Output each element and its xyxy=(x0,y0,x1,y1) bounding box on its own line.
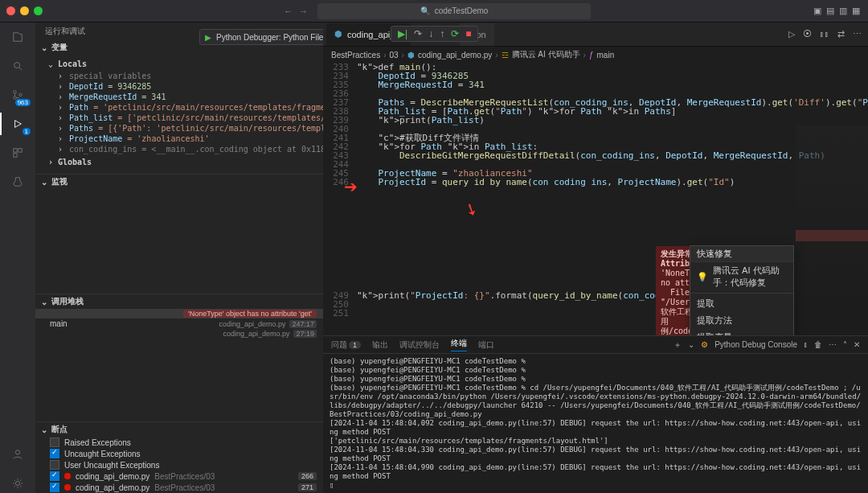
nav-back-icon[interactable]: ← xyxy=(284,6,293,16)
breadcrumb-seg[interactable]: BestPractices xyxy=(331,51,380,60)
stop-icon[interactable]: ■ xyxy=(465,28,471,39)
terminal-profile-label[interactable]: Python Debug Console xyxy=(714,340,797,349)
settings-gear-icon[interactable] xyxy=(8,474,27,493)
step-out-icon[interactable]: ↑ xyxy=(440,28,444,39)
locals-header[interactable]: ⌄ Locals xyxy=(35,56,323,71)
layout-left-icon[interactable]: ▣ xyxy=(813,6,821,16)
split-editor-icon[interactable]: ⫾⫾ xyxy=(820,29,829,39)
close-window-icon[interactable] xyxy=(6,6,15,15)
layout-bottom-icon[interactable]: ▤ xyxy=(826,6,834,16)
svg-point-8 xyxy=(15,481,19,485)
svg-point-2 xyxy=(14,97,17,100)
callstack-paused-row[interactable]: 'NoneType' object has no attribute 'get' xyxy=(35,309,323,318)
variable-row[interactable]: › Path = 'petclinic/src/main/resources/t… xyxy=(35,102,323,113)
checkbox-icon[interactable] xyxy=(50,460,59,470)
exception-badge: 'NoneType' object has no attribute 'get' xyxy=(183,310,317,318)
breakpoints-section-header[interactable]: ⌄ 断点 xyxy=(35,422,323,437)
quick-fix-item[interactable]: 提取 xyxy=(690,295,793,312)
variable-row[interactable]: › ProjectName = 'zhaolianceshi' xyxy=(35,134,323,144)
tab-bar: ⬢ coding_api_... ▶| ↷ ↓ ↑ ⟳ ■ .json ▷ ⦿ … xyxy=(323,23,868,47)
debug-config-label: Python Debugger: Python File xyxy=(216,33,323,42)
svg-rect-6 xyxy=(14,154,17,157)
minimap[interactable] xyxy=(796,125,868,335)
chevron-down-icon: ⌄ xyxy=(47,59,55,69)
quick-fix-item[interactable]: 💡腾讯云 AI 代码助手：代码修复 xyxy=(690,262,793,291)
restart-icon[interactable]: ⟳ xyxy=(451,28,459,39)
title-right-icons: ▣ ▤ ▥ ▦ xyxy=(813,6,860,16)
extensions-icon[interactable] xyxy=(8,143,27,162)
problems-count-badge: 1 xyxy=(349,341,361,349)
run-debug-icon[interactable]: 1 xyxy=(8,114,27,134)
breakpoint-file[interactable]: coding_api_demo.pyBestPractices/03266 xyxy=(35,470,323,482)
breadcrumb[interactable]: BestPractices› 03› ⬢ coding_api_demo.py›… xyxy=(323,47,868,63)
tab-problems[interactable]: 问题1 xyxy=(331,339,361,351)
variable-row[interactable]: › DepotId = 9346285 xyxy=(35,81,323,92)
chevron-right-icon: › xyxy=(47,157,55,167)
breadcrumb-seg[interactable]: 腾讯云 AI 代码助手 xyxy=(512,49,580,60)
split-terminal-icon[interactable]: ⫾ xyxy=(804,340,808,349)
callstack-frame[interactable]: coding_api_demo.py 27:19 xyxy=(35,329,323,339)
code-area[interactable]: 2332342352362372382392402412422432442452… xyxy=(323,63,868,187)
step-into-icon[interactable]: ↓ xyxy=(428,28,433,39)
more-icon[interactable]: ⋯ xyxy=(853,29,862,39)
more-icon[interactable]: ⋯ xyxy=(829,340,837,349)
command-center[interactable]: 🔍 codeTestDemo xyxy=(317,3,591,19)
editor-actions: ▷ ⦿ ⫾⫾ ⇄ ⋯ xyxy=(788,29,862,39)
scm-badge: 963 xyxy=(15,99,31,106)
title-bar: ← → 🔍 codeTestDemo ▣ ▤ ▥ ▦ xyxy=(0,0,868,23)
chevron-down-icon[interactable]: ⌄ xyxy=(688,340,694,349)
quick-fix-item[interactable]: 提取变量 xyxy=(690,329,793,335)
step-over-icon[interactable]: ↷ xyxy=(414,28,422,39)
variable-row[interactable]: › MergeRequestId = 341 xyxy=(35,92,323,102)
layout-right-icon[interactable]: ▥ xyxy=(839,6,847,16)
search-icon[interactable] xyxy=(8,56,27,76)
kill-terminal-icon[interactable]: 🗑 xyxy=(814,340,822,349)
compare-icon[interactable]: ⇄ xyxy=(837,29,845,39)
breadcrumb-seg[interactable]: main xyxy=(597,51,615,60)
variable-row[interactable]: › Paths = [{'Path': 'petclinic/src/main/… xyxy=(35,123,323,134)
callstack-body: 'NoneType' object has no attribute 'get'… xyxy=(35,309,323,339)
checkbox-icon[interactable] xyxy=(50,449,59,458)
debug-file-icon[interactable]: ⦿ xyxy=(803,29,812,39)
callstack-section-header[interactable]: ⌄ 调用堆栈 xyxy=(35,294,323,309)
watch-section-header[interactable]: ⌄ 监视 xyxy=(35,175,323,189)
checkbox-icon[interactable] xyxy=(50,438,59,447)
breakpoint-file[interactable]: coding_api_demo.pyBestPractices/03271 xyxy=(35,482,323,493)
callstack-frame[interactable]: maincoding_api_demo.py 247:17 xyxy=(35,318,323,329)
breadcrumb-seg[interactable]: 03 xyxy=(389,51,398,60)
breakpoint-option[interactable]: User Uncaught Exceptions xyxy=(35,459,323,470)
checkbox-icon[interactable] xyxy=(50,483,59,492)
breakpoint-option[interactable]: Raised Exceptions xyxy=(35,437,323,448)
maximize-window-icon[interactable] xyxy=(34,6,43,15)
tab-terminal[interactable]: 终端 xyxy=(451,338,467,351)
breakpoint-option[interactable]: Uncaught Exceptions xyxy=(35,448,323,459)
continue-icon[interactable]: ▶| xyxy=(398,28,407,39)
quick-fix-item[interactable]: 提取方法 xyxy=(690,312,793,329)
nav-forward-icon[interactable]: → xyxy=(299,6,308,16)
source-control-icon[interactable]: 963 xyxy=(8,85,27,105)
account-icon[interactable] xyxy=(8,445,27,464)
close-panel-icon[interactable]: ✕ xyxy=(854,340,860,349)
bottom-panel: 问题1 输出 调试控制台 终端 端口 ＋ ⌄ ⚙ Python Debug Co… xyxy=(323,335,868,493)
breadcrumb-seg[interactable]: coding_api_demo.py xyxy=(418,51,492,60)
variable-row[interactable]: › con_coding_ins = <__main__.con_coding … xyxy=(35,144,323,154)
terminal-output[interactable]: (base) yupengfei@PENGFEIYU-MC1 codeTestD… xyxy=(323,354,868,493)
layout-full-icon[interactable]: ▦ xyxy=(852,6,860,16)
testing-icon[interactable] xyxy=(8,172,27,191)
explorer-icon[interactable] xyxy=(8,27,27,47)
checkbox-icon[interactable] xyxy=(50,471,59,481)
globals-header[interactable]: › Globals xyxy=(35,154,323,169)
tab-output[interactable]: 输出 xyxy=(372,339,388,351)
maximize-panel-icon[interactable]: ˄ xyxy=(843,340,847,349)
sidebar-title: 运行和调试 xyxy=(45,26,85,37)
minimize-window-icon[interactable] xyxy=(20,6,29,15)
variable-row[interactable]: › special variables xyxy=(35,71,323,81)
add-terminal-icon[interactable]: ＋ xyxy=(674,339,682,351)
globals-label: Globals xyxy=(58,157,92,167)
tab-ports[interactable]: 端口 xyxy=(478,339,494,351)
variable-row[interactable]: › Path_list = ['petclinic/src/main/resou… xyxy=(35,113,323,123)
run-file-icon[interactable]: ▷ xyxy=(788,29,795,39)
activity-bar: 963 1 xyxy=(0,23,35,493)
tab-debug-console[interactable]: 调试控制台 xyxy=(399,339,440,351)
annotation-arrow-icon: ➘ xyxy=(461,198,482,221)
